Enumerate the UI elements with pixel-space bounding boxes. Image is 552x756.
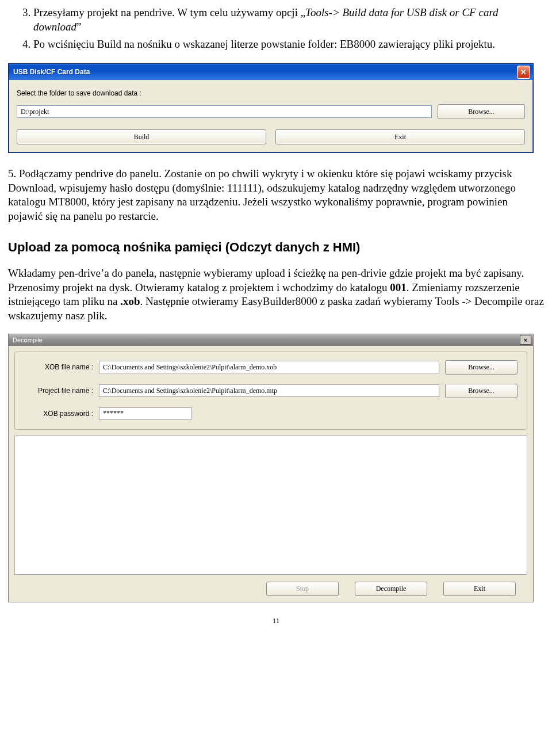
build-button[interactable]: Build	[17, 129, 266, 144]
upload-bold-001: 001	[390, 281, 407, 293]
xob-input[interactable]	[99, 361, 439, 373]
close-icon[interactable]: ✕	[517, 66, 530, 79]
exit-button-2[interactable]: Exit	[443, 582, 516, 596]
dialog-title-text: USB Disk/CF Card Data	[13, 68, 90, 76]
instruction-item-3: Przesyłamy projekt na pendrive. W tym ce…	[33, 6, 544, 34]
path-row: Browse...	[17, 104, 525, 119]
project-browse-button[interactable]: Browse...	[445, 384, 518, 398]
instruction-list: Przesyłamy projekt na pendrive. W tym ce…	[8, 6, 544, 52]
password-row: XOB password :	[24, 407, 518, 420]
xob-label: XOB file name :	[24, 363, 93, 371]
action-row: Build Exit	[17, 129, 525, 144]
xob-browse-button[interactable]: Browse...	[445, 360, 518, 375]
paragraph-5: 5. Podłączamy pendrive do panelu. Zostan…	[8, 167, 544, 224]
dialog-titlebar: USB Disk/CF Card Data ✕	[9, 64, 533, 80]
decompile-button[interactable]: Decompile	[355, 582, 427, 596]
output-textarea[interactable]	[14, 436, 527, 575]
usb-disk-dialog: USB Disk/CF Card Data ✕ Select the folde…	[8, 63, 534, 153]
item3-text-b: ”	[76, 21, 81, 33]
decompile-dialog: Decompile × XOB file name : Browse... Pr…	[8, 334, 534, 602]
upload-heading: Upload za pomocą nośnika pamięci (Odczyt…	[8, 240, 544, 255]
decompile-titlebar: Decompile ×	[9, 334, 533, 346]
item3-text-a: Przesyłamy projekt na pendrive. W tym ce…	[33, 6, 305, 18]
dialog-body: Select the folder to save download data …	[9, 80, 533, 152]
close-icon[interactable]: ×	[520, 335, 531, 345]
decompile-body: XOB file name : Browse... Project file n…	[9, 346, 533, 602]
browse-button[interactable]: Browse...	[438, 104, 525, 119]
path-input[interactable]	[17, 105, 432, 118]
dialog-prompt: Select the folder to save download data …	[17, 89, 525, 97]
project-input[interactable]	[99, 384, 439, 397]
upload-paragraph: Wkładamy pen-drive’a do panela, następni…	[8, 266, 544, 323]
stop-button[interactable]: Stop	[266, 582, 339, 596]
decompile-actions: Stop Decompile Exit	[14, 582, 527, 596]
instruction-item-4: Po wciśnięciu Build na nośniku o wskazan…	[33, 37, 544, 52]
xob-row: XOB file name : Browse...	[24, 360, 518, 375]
upload-bold-xob: .xob	[120, 295, 140, 307]
exit-button[interactable]: Exit	[275, 129, 525, 144]
project-label: Project file name :	[24, 387, 93, 395]
decompile-title-text: Decompile	[13, 337, 43, 343]
page-number: 11	[8, 616, 544, 625]
project-row: Project file name : Browse...	[24, 384, 518, 398]
decompile-group: XOB file name : Browse... Project file n…	[14, 352, 527, 430]
password-input[interactable]	[99, 407, 191, 420]
password-label: XOB password :	[24, 410, 93, 418]
